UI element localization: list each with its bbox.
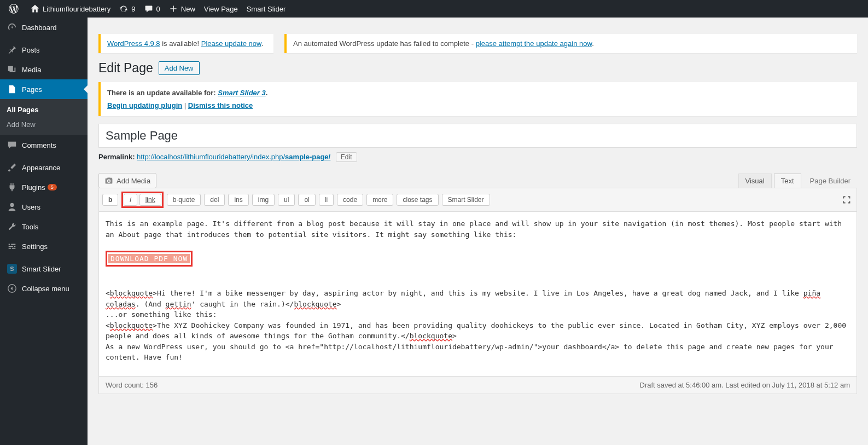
admin-sidebar: Dashboard Posts Media Pages All Pages Ad… bbox=[0, 18, 88, 445]
plugins-badge: 5 bbox=[48, 184, 57, 190]
view-page-link[interactable]: View Page bbox=[200, 0, 242, 18]
page-title: Edit Page bbox=[98, 61, 153, 76]
sliders-icon bbox=[7, 241, 18, 252]
smart-slider-icon: S bbox=[7, 263, 18, 274]
editor-box: b i link b-quote del ins img ul ol li co… bbox=[98, 188, 857, 394]
qt-italic[interactable]: i bbox=[124, 194, 137, 206]
home-icon bbox=[31, 4, 39, 13]
edit-permalink-button[interactable]: Edit bbox=[336, 152, 357, 162]
page-icon bbox=[7, 84, 18, 95]
word-count: Word count: 156 bbox=[106, 381, 158, 389]
qt-link[interactable]: link bbox=[139, 194, 161, 206]
quicktags-toolbar: b i link b-quote del ins img ul ol li co… bbox=[99, 188, 857, 212]
notice-auto-update-failed: An automated WordPress update has failed… bbox=[284, 34, 857, 53]
menu-pages[interactable]: Pages bbox=[0, 79, 88, 99]
notice-plugin-update: There is an update available for: Smart … bbox=[98, 82, 857, 116]
add-new-button[interactable]: Add New bbox=[159, 61, 200, 75]
menu-comments[interactable]: Comments bbox=[0, 135, 88, 155]
menu-appearance[interactable]: Appearance bbox=[0, 158, 88, 177]
menu-media[interactable]: Media bbox=[0, 60, 88, 79]
fullscreen-icon[interactable] bbox=[840, 193, 853, 206]
main-content: WordPress 4.9.8 is available! Please upd… bbox=[88, 18, 868, 445]
pin-icon bbox=[7, 44, 18, 55]
qt-more[interactable]: more bbox=[366, 194, 393, 206]
qt-smart-slider[interactable]: Smart Slider bbox=[442, 194, 490, 206]
smart-slider-update-link[interactable]: Smart Slider 3 bbox=[218, 89, 265, 97]
updates-link[interactable]: 9 bbox=[115, 0, 139, 18]
pages-submenu: All Pages Add New bbox=[0, 99, 88, 135]
submenu-all-pages[interactable]: All Pages bbox=[0, 102, 88, 117]
menu-dashboard[interactable]: Dashboard bbox=[0, 18, 88, 37]
wordpress-icon bbox=[9, 4, 19, 14]
add-media-button[interactable]: Add Media bbox=[98, 173, 156, 188]
qt-li[interactable]: li bbox=[319, 194, 334, 206]
attempt-update-link[interactable]: please attempt the update again now bbox=[476, 39, 592, 48]
wp-update-now-link[interactable]: Please update now bbox=[201, 39, 261, 48]
smart-slider-link[interactable]: Smart Slider bbox=[242, 0, 290, 18]
plus-icon bbox=[169, 4, 178, 13]
qt-ins[interactable]: ins bbox=[228, 194, 248, 206]
permalink-link[interactable]: http://localhost/lithiumflouridebattery/… bbox=[137, 153, 330, 161]
user-icon bbox=[7, 201, 18, 212]
collapse-icon bbox=[7, 283, 18, 294]
highlight-download: DOWNLOAD PDF NOW bbox=[106, 251, 193, 267]
menu-plugins[interactable]: Plugins5 bbox=[0, 177, 88, 197]
qt-close-tags[interactable]: close tags bbox=[397, 194, 438, 206]
editor-textarea[interactable]: This is an example page. It's different … bbox=[99, 212, 857, 376]
brush-icon bbox=[7, 162, 18, 173]
media-icon bbox=[7, 64, 18, 75]
menu-tools[interactable]: Tools bbox=[0, 217, 88, 236]
begin-updating-link[interactable]: Begin updating plugin bbox=[107, 101, 182, 109]
save-status: Draft saved at 5:46:00 am. Last edited o… bbox=[640, 381, 850, 389]
dismiss-notice-link[interactable]: Dismiss this notice bbox=[188, 101, 253, 109]
dashboard-icon bbox=[7, 22, 18, 33]
tab-text[interactable]: Text bbox=[774, 174, 801, 188]
comment-icon bbox=[144, 4, 153, 13]
qt-bold[interactable]: b bbox=[102, 194, 118, 206]
admin-toolbar: Lithiumflouridebattery 9 0 New View Page… bbox=[0, 0, 868, 18]
wp-version-link[interactable]: WordPress 4.9.8 bbox=[107, 39, 160, 48]
qt-ol[interactable]: ol bbox=[298, 194, 315, 206]
site-link[interactable]: Lithiumflouridebattery bbox=[26, 0, 115, 18]
notice-wp-update: WordPress 4.9.8 is available! Please upd… bbox=[98, 34, 273, 53]
collapse-menu[interactable]: Collapse menu bbox=[0, 279, 88, 298]
tab-page-builder[interactable]: Page Builder bbox=[803, 174, 857, 188]
menu-posts[interactable]: Posts bbox=[0, 40, 88, 60]
editor-tabs: Visual Text Page Builder bbox=[738, 174, 857, 188]
permalink-row: Permalink: http://localhost/lithiumflour… bbox=[98, 148, 857, 166]
menu-settings[interactable]: Settings bbox=[0, 236, 88, 256]
qt-bquote[interactable]: b-quote bbox=[167, 194, 201, 206]
qt-del[interactable]: del bbox=[204, 194, 225, 206]
menu-smart-slider[interactable]: SSmart Slider bbox=[0, 259, 88, 279]
highlight-link-group: i link bbox=[121, 192, 163, 208]
comment-icon bbox=[7, 140, 18, 151]
camera-icon bbox=[104, 176, 113, 185]
qt-img[interactable]: img bbox=[252, 194, 275, 206]
refresh-icon bbox=[119, 4, 128, 13]
qt-code[interactable]: code bbox=[337, 194, 363, 206]
plug-icon bbox=[7, 182, 18, 193]
tab-visual[interactable]: Visual bbox=[738, 174, 772, 188]
post-title-input[interactable] bbox=[99, 124, 857, 147]
menu-users[interactable]: Users bbox=[0, 197, 88, 217]
submenu-add-new[interactable]: Add New bbox=[0, 117, 88, 132]
wp-logo[interactable] bbox=[4, 0, 26, 18]
comments-link[interactable]: 0 bbox=[140, 0, 165, 18]
new-link[interactable]: New bbox=[165, 0, 200, 18]
qt-ul[interactable]: ul bbox=[278, 194, 295, 206]
wrench-icon bbox=[7, 221, 18, 232]
editor-footer: Word count: 156 Draft saved at 5:46:00 a… bbox=[99, 376, 857, 394]
